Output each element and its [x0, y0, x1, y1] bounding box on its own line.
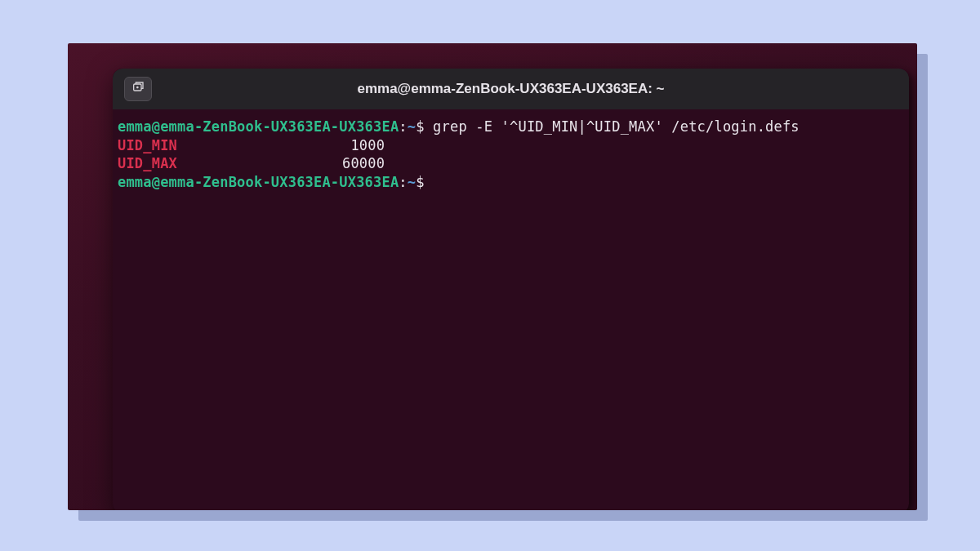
prompt-path-2: ~ — [408, 174, 416, 190]
output-value-2: 60000 — [342, 154, 385, 173]
output-value-1: 1000 — [342, 136, 385, 155]
prompt-symbol-2: $ — [416, 174, 424, 190]
grep-match-1: UID_MIN — [118, 136, 342, 155]
terminal-output-area[interactable]: emma@emma-ZenBook-UX363EA-UX363EA:~$ gre… — [113, 109, 909, 196]
prompt-user-host-2: emma@emma-ZenBook-UX363EA-UX363EA — [118, 174, 399, 190]
desktop-background: emma@emma-ZenBook-UX363EA-UX363EA: ~ emm… — [68, 43, 917, 510]
terminal-window: emma@emma-ZenBook-UX363EA-UX363EA: ~ emm… — [113, 69, 909, 510]
prompt-symbol: $ — [416, 118, 424, 135]
prompt-line-2: emma@emma-ZenBook-UX363EA-UX363EA:~$ — [118, 173, 904, 192]
command-text-1 — [425, 118, 433, 135]
new-tab-button[interactable] — [124, 77, 152, 101]
prompt-line-1: emma@emma-ZenBook-UX363EA-UX363EA:~$ gre… — [118, 118, 904, 136]
output-line-2: UID_MAX60000 — [118, 154, 904, 173]
terminal-titlebar[interactable]: emma@emma-ZenBook-UX363EA-UX363EA: ~ — [113, 69, 909, 109]
prompt-user-host: emma@emma-ZenBook-UX363EA-UX363EA — [118, 118, 399, 135]
grep-match-2: UID_MAX — [118, 154, 342, 173]
prompt-separator-2: : — [399, 174, 407, 190]
prompt-separator: : — [399, 118, 407, 135]
new-tab-icon — [131, 81, 145, 97]
prompt-path: ~ — [408, 118, 416, 135]
output-line-1: UID_MIN 1000 — [118, 136, 904, 155]
window-title: emma@emma-ZenBook-UX363EA-UX363EA: ~ — [113, 81, 909, 97]
command-1: grep -E '^UID_MIN|^UID_MAX' /etc/login.d… — [433, 118, 800, 135]
